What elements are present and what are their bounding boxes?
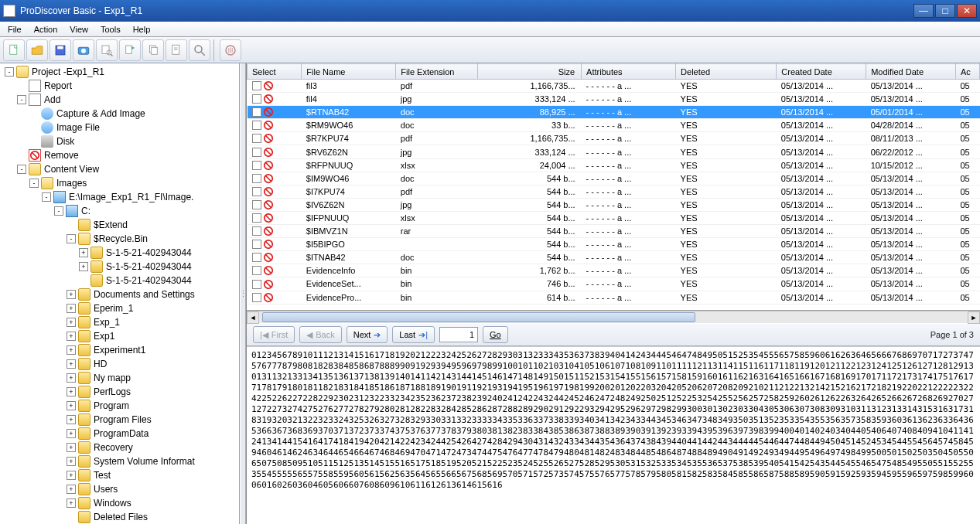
column-header[interactable]: Modified Date xyxy=(866,64,956,80)
expand-icon[interactable]: + xyxy=(67,359,76,369)
menu-action[interactable]: Action xyxy=(28,23,64,36)
expand-icon[interactable]: + xyxy=(67,332,76,341)
table-row[interactable]: $ITNAB42doc544 b...- - - - - - a ...YES0… xyxy=(248,251,980,264)
page-number-input[interactable] xyxy=(439,327,478,342)
expand-icon[interactable]: + xyxy=(79,248,88,257)
tree-item[interactable]: +Users xyxy=(0,482,239,496)
tree-item[interactable]: +ProgramData xyxy=(0,427,239,441)
expand-icon[interactable]: + xyxy=(67,345,76,355)
tree-item[interactable]: +Program Files xyxy=(0,413,239,427)
row-checkbox[interactable] xyxy=(252,107,261,117)
expand-icon[interactable]: + xyxy=(67,457,76,466)
tree-pane[interactable]: -Project -Exp1_R1Report-AddCapture & Add… xyxy=(0,63,240,524)
row-checkbox[interactable] xyxy=(252,174,261,183)
expand-icon[interactable]: + xyxy=(67,290,76,299)
row-checkbox[interactable] xyxy=(252,293,261,302)
row-checkbox[interactable] xyxy=(252,213,261,223)
collapse-icon[interactable]: - xyxy=(67,234,76,243)
row-checkbox[interactable] xyxy=(252,148,261,157)
column-header[interactable]: File Name xyxy=(302,64,396,80)
table-row[interactable]: $IBMVZ1Nrar544 b...- - - - - - a ...YES0… xyxy=(248,225,980,238)
back-page-button[interactable]: ◀Back xyxy=(299,326,341,343)
tree-item[interactable]: Disk xyxy=(0,134,239,148)
expand-icon[interactable]: + xyxy=(67,401,76,410)
tree-item[interactable]: +Ny mapp xyxy=(0,371,239,385)
capture-button[interactable] xyxy=(73,39,94,61)
tree-item[interactable]: S-1-5-21-402943044 xyxy=(0,274,239,288)
copy-button[interactable] xyxy=(142,39,164,61)
collapse-icon[interactable]: - xyxy=(54,206,63,216)
stop-button[interactable] xyxy=(220,39,241,61)
tree-item[interactable]: Remove xyxy=(0,148,239,162)
table-row[interactable]: $I5BIPGO544 b...- - - - - - a ...YES05/1… xyxy=(248,238,980,251)
expand-icon[interactable]: + xyxy=(67,373,76,383)
collapse-icon[interactable]: - xyxy=(17,95,26,104)
tree-item[interactable]: -E:\Image_Exp1_R1_FI\Image. xyxy=(0,190,239,204)
column-header[interactable]: Ac xyxy=(955,64,979,80)
expand-icon[interactable]: + xyxy=(67,415,76,424)
tree-item[interactable]: +Exp_1 xyxy=(0,315,239,329)
tree-item[interactable]: +Experiment1 xyxy=(0,343,239,357)
search-image-button[interactable] xyxy=(96,39,118,61)
tree-item[interactable]: -C: xyxy=(0,204,239,218)
tree-item[interactable]: -Content View xyxy=(0,162,239,176)
tree-item[interactable]: -Add xyxy=(0,93,239,107)
row-checkbox[interactable] xyxy=(252,280,261,289)
tree-item[interactable]: +S-1-5-21-402943044 xyxy=(0,260,239,274)
expand-icon[interactable]: + xyxy=(67,443,76,452)
row-checkbox[interactable] xyxy=(252,240,261,249)
go-button[interactable]: Go xyxy=(483,326,508,343)
collapse-icon[interactable]: - xyxy=(29,179,39,188)
table-row[interactable]: EvidencePro...bin614 b...- - - - - - a .… xyxy=(248,291,980,304)
table-row[interactable]: fil4jpg333,124 ...- - - - - - a ...YES05… xyxy=(248,93,980,106)
table-row[interactable]: $IFPNUUQxlsx544 b...- - - - - - a ...YES… xyxy=(248,211,980,224)
column-header[interactable]: Size xyxy=(477,64,581,80)
row-checkbox[interactable] xyxy=(252,81,261,90)
table-row[interactable]: $RV6Z62Njpg333,124 ...- - - - - - a ...Y… xyxy=(248,145,980,158)
menu-file[interactable]: File xyxy=(2,23,28,36)
scroll-right-icon[interactable]: ► xyxy=(968,311,980,324)
collapse-icon[interactable]: - xyxy=(5,67,14,77)
tree-item[interactable]: -Project -Exp1_R1 xyxy=(0,65,239,79)
column-header[interactable]: Created Date xyxy=(777,64,866,80)
vertical-splitter[interactable] xyxy=(240,63,246,524)
table-row[interactable]: $RM9WO46doc33 b...- - - - - - a ...YES05… xyxy=(248,119,980,132)
collapse-icon[interactable]: - xyxy=(42,192,51,202)
tree-item[interactable]: Capture & Add Image xyxy=(0,107,239,121)
tree-item[interactable]: Report xyxy=(0,79,239,93)
next-page-button[interactable]: Next➔ xyxy=(347,326,388,343)
report-button[interactable] xyxy=(166,39,187,61)
minimize-button[interactable]: — xyxy=(913,4,934,18)
expand-icon[interactable]: + xyxy=(67,318,76,327)
row-checkbox[interactable] xyxy=(252,200,261,209)
tree-item[interactable]: Deleted Files xyxy=(0,510,239,524)
table-row[interactable]: $RTNAB42doc88,925 ...- - - - - - a ...YE… xyxy=(248,106,980,119)
file-table-area[interactable]: SelectFile NameFile ExtensionSizeAttribu… xyxy=(247,63,980,311)
tree-item[interactable]: +System Volume Informat xyxy=(0,454,239,468)
find-button[interactable] xyxy=(189,39,210,61)
scroll-left-icon[interactable]: ◄ xyxy=(247,311,259,324)
tree-item[interactable]: Image File xyxy=(0,121,239,134)
row-checkbox[interactable] xyxy=(252,187,261,196)
tree-item[interactable]: +PerfLogs xyxy=(0,385,239,399)
expand-icon[interactable]: + xyxy=(67,498,76,508)
hex-view[interactable]: 0123456789101112131415161718192021222324… xyxy=(247,346,980,524)
tree-item[interactable]: +HD xyxy=(0,357,239,371)
first-page-button[interactable]: |◀First xyxy=(253,326,295,343)
row-checkbox[interactable] xyxy=(252,121,261,130)
open-button[interactable] xyxy=(26,39,48,61)
table-row[interactable]: EvidenceSet...bin746 b...- - - - - - a .… xyxy=(248,277,980,291)
menu-tools[interactable]: Tools xyxy=(94,23,127,36)
save-button[interactable] xyxy=(50,39,71,61)
tree-item[interactable]: +Exp1 xyxy=(0,329,239,343)
expand-icon[interactable]: + xyxy=(67,429,76,438)
table-row[interactable]: EvidenceInfobin1,762 b...- - - - - - a .… xyxy=(248,264,980,277)
tree-item[interactable]: +S-1-5-21-402943044 xyxy=(0,246,239,260)
tree-item[interactable]: +Program xyxy=(0,399,239,413)
tree-item[interactable]: +Windows xyxy=(0,496,239,510)
table-row[interactable]: fil3pdf1,166,735...- - - - - - a ...YES0… xyxy=(248,80,980,93)
column-header[interactable]: File Extension xyxy=(396,64,477,80)
column-header[interactable]: Select xyxy=(248,64,302,80)
tree-item[interactable]: -Images xyxy=(0,176,239,190)
export-button[interactable] xyxy=(119,39,141,61)
